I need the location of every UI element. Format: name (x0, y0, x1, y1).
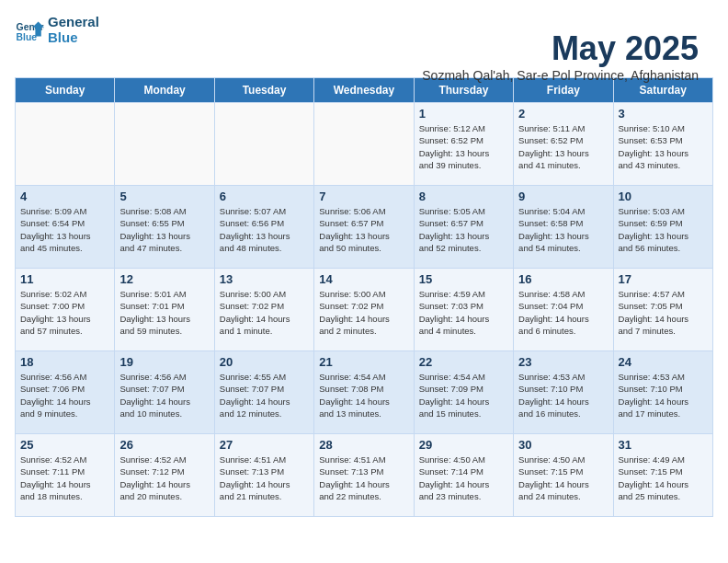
calendar-cell: 2Sunrise: 5:11 AM Sunset: 6:52 PM Daylig… (514, 103, 613, 186)
day-info: Sunrise: 5:10 AM Sunset: 6:53 PM Dayligh… (619, 122, 708, 171)
day-number: 26 (119, 438, 209, 452)
calendar-cell: 16Sunrise: 4:58 AM Sunset: 7:04 PM Dayli… (514, 269, 613, 351)
day-info: Sunrise: 4:54 AM Sunset: 7:09 PM Dayligh… (419, 371, 508, 419)
day-info: Sunrise: 4:49 AM Sunset: 7:15 PM Dayligh… (619, 454, 708, 502)
calendar-cell (115, 103, 214, 186)
day-number: 4 (20, 190, 109, 203)
day-number: 27 (220, 438, 309, 452)
calendar-cell: 10Sunrise: 5:03 AM Sunset: 6:59 PM Dayli… (613, 186, 712, 269)
day-number: 3 (619, 107, 708, 121)
calendar-cell: 26Sunrise: 4:52 AM Sunset: 7:12 PM Dayli… (115, 434, 214, 517)
day-number: 2 (518, 107, 608, 121)
calendar-cell: 5Sunrise: 5:08 AM Sunset: 6:55 PM Daylig… (115, 186, 214, 269)
day-info: Sunrise: 4:59 AM Sunset: 7:03 PM Dayligh… (419, 288, 508, 337)
day-number: 21 (319, 355, 408, 369)
day-number: 22 (419, 355, 508, 369)
day-number: 19 (119, 355, 209, 369)
day-info: Sunrise: 5:06 AM Sunset: 6:57 PM Dayligh… (319, 205, 408, 254)
calendar-cell: 22Sunrise: 4:54 AM Sunset: 7:09 PM Dayli… (414, 351, 513, 434)
calendar-cell: 13Sunrise: 5:00 AM Sunset: 7:02 PM Dayli… (214, 269, 313, 351)
logo-icon: General Blue (15, 16, 44, 45)
day-info: Sunrise: 4:55 AM Sunset: 7:07 PM Dayligh… (220, 371, 309, 419)
week-row-1: 1Sunrise: 5:12 AM Sunset: 6:52 PM Daylig… (16, 103, 713, 186)
day-info: Sunrise: 5:02 AM Sunset: 7:00 PM Dayligh… (20, 288, 109, 337)
calendar-cell: 31Sunrise: 4:49 AM Sunset: 7:15 PM Dayli… (613, 434, 712, 517)
day-info: Sunrise: 4:50 AM Sunset: 7:15 PM Dayligh… (518, 454, 608, 502)
day-number: 7 (319, 190, 408, 203)
day-number: 6 (220, 190, 309, 203)
logo-line2: Blue (48, 30, 99, 46)
calendar-cell: 23Sunrise: 4:53 AM Sunset: 7:10 PM Dayli… (514, 351, 613, 434)
week-row-3: 11Sunrise: 5:02 AM Sunset: 7:00 PM Dayli… (16, 269, 713, 351)
calendar-cell: 28Sunrise: 4:51 AM Sunset: 7:13 PM Dayli… (314, 434, 414, 517)
calendar-cell: 7Sunrise: 5:06 AM Sunset: 6:57 PM Daylig… (314, 186, 414, 269)
day-number: 24 (619, 355, 708, 369)
day-info: Sunrise: 5:00 AM Sunset: 7:02 PM Dayligh… (220, 288, 309, 337)
calendar-cell: 11Sunrise: 5:02 AM Sunset: 7:00 PM Dayli… (16, 269, 115, 351)
day-info: Sunrise: 4:53 AM Sunset: 7:10 PM Dayligh… (619, 371, 708, 419)
week-row-2: 4Sunrise: 5:09 AM Sunset: 6:54 PM Daylig… (16, 186, 713, 269)
calendar-body: 1Sunrise: 5:12 AM Sunset: 6:52 PM Daylig… (16, 103, 713, 517)
calendar-cell (314, 103, 414, 186)
header-day-monday: Monday (115, 78, 214, 103)
calendar-cell (214, 103, 313, 186)
day-info: Sunrise: 5:07 AM Sunset: 6:56 PM Dayligh… (220, 205, 309, 254)
day-info: Sunrise: 4:56 AM Sunset: 7:06 PM Dayligh… (20, 371, 109, 419)
day-number: 29 (419, 438, 508, 452)
header-day-tuesday: Tuesday (214, 78, 313, 103)
calendar-cell: 29Sunrise: 4:50 AM Sunset: 7:14 PM Dayli… (414, 434, 513, 517)
day-info: Sunrise: 5:01 AM Sunset: 7:01 PM Dayligh… (119, 288, 209, 337)
day-number: 28 (319, 438, 408, 452)
day-number: 5 (119, 190, 209, 203)
day-number: 17 (619, 272, 708, 286)
day-info: Sunrise: 5:05 AM Sunset: 6:57 PM Dayligh… (419, 205, 508, 254)
calendar-cell: 25Sunrise: 4:52 AM Sunset: 7:11 PM Dayli… (16, 434, 115, 517)
day-info: Sunrise: 5:12 AM Sunset: 6:52 PM Dayligh… (419, 122, 508, 171)
svg-text:Blue: Blue (17, 32, 38, 42)
day-number: 16 (518, 272, 608, 286)
day-info: Sunrise: 4:52 AM Sunset: 7:12 PM Dayligh… (119, 454, 209, 502)
calendar-cell (16, 103, 115, 186)
calendar-cell: 20Sunrise: 4:55 AM Sunset: 7:07 PM Dayli… (214, 351, 313, 434)
day-info: Sunrise: 4:53 AM Sunset: 7:10 PM Dayligh… (518, 371, 608, 419)
day-number: 14 (319, 272, 408, 286)
day-number: 1 (419, 107, 508, 121)
calendar-cell: 19Sunrise: 4:56 AM Sunset: 7:07 PM Dayli… (115, 351, 214, 434)
day-number: 12 (119, 272, 209, 286)
day-number: 15 (419, 272, 508, 286)
calendar-cell: 24Sunrise: 4:53 AM Sunset: 7:10 PM Dayli… (613, 351, 712, 434)
day-number: 30 (518, 438, 608, 452)
top-area: General Blue General Blue May 2025 Sozma… (15, 15, 713, 70)
calendar-cell: 9Sunrise: 5:04 AM Sunset: 6:58 PM Daylig… (514, 186, 613, 269)
calendar-cell: 3Sunrise: 5:10 AM Sunset: 6:53 PM Daylig… (613, 103, 712, 186)
calendar-cell: 14Sunrise: 5:00 AM Sunset: 7:02 PM Dayli… (314, 269, 414, 351)
day-number: 25 (20, 438, 109, 452)
day-number: 20 (220, 355, 309, 369)
calendar-cell: 15Sunrise: 4:59 AM Sunset: 7:03 PM Dayli… (414, 269, 513, 351)
day-number: 10 (619, 190, 708, 203)
day-number: 23 (518, 355, 608, 369)
logo-line1: General (48, 15, 99, 30)
header-day-wednesday: Wednesday (314, 78, 414, 103)
month-title: May 2025 (422, 29, 699, 68)
day-info: Sunrise: 4:54 AM Sunset: 7:08 PM Dayligh… (319, 371, 408, 419)
day-number: 9 (518, 190, 608, 203)
day-info: Sunrise: 5:00 AM Sunset: 7:02 PM Dayligh… (319, 288, 408, 337)
calendar-cell: 17Sunrise: 4:57 AM Sunset: 7:05 PM Dayli… (613, 269, 712, 351)
day-info: Sunrise: 4:58 AM Sunset: 7:04 PM Dayligh… (518, 288, 608, 337)
day-number: 18 (20, 355, 109, 369)
day-info: Sunrise: 4:52 AM Sunset: 7:11 PM Dayligh… (20, 454, 109, 502)
day-number: 8 (419, 190, 508, 203)
calendar-cell: 6Sunrise: 5:07 AM Sunset: 6:56 PM Daylig… (214, 186, 313, 269)
day-number: 31 (619, 438, 708, 452)
calendar-cell: 1Sunrise: 5:12 AM Sunset: 6:52 PM Daylig… (414, 103, 513, 186)
week-row-5: 25Sunrise: 4:52 AM Sunset: 7:11 PM Dayli… (16, 434, 713, 517)
calendar-cell: 18Sunrise: 4:56 AM Sunset: 7:06 PM Dayli… (16, 351, 115, 434)
week-row-4: 18Sunrise: 4:56 AM Sunset: 7:06 PM Dayli… (16, 351, 713, 434)
calendar-cell: 12Sunrise: 5:01 AM Sunset: 7:01 PM Dayli… (115, 269, 214, 351)
day-number: 11 (20, 272, 109, 286)
day-info: Sunrise: 4:51 AM Sunset: 7:13 PM Dayligh… (220, 454, 309, 502)
title-section: May 2025 Sozmah Qal'ah, Sar-e Pol Provin… (422, 29, 699, 83)
day-info: Sunrise: 5:08 AM Sunset: 6:55 PM Dayligh… (119, 205, 209, 254)
day-info: Sunrise: 4:57 AM Sunset: 7:05 PM Dayligh… (619, 288, 708, 337)
